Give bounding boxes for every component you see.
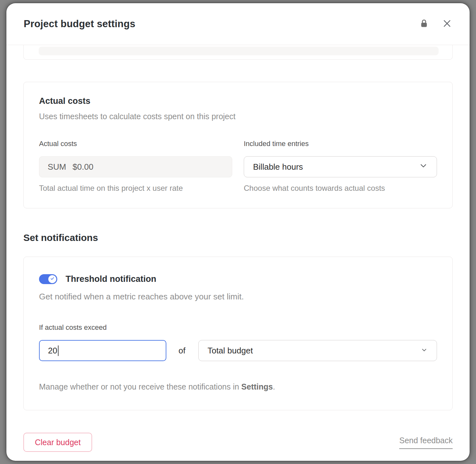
included-time-field: Included time entries Billable hours Cho…	[244, 140, 437, 193]
threshold-description: Get notified when a metric reaches above…	[39, 292, 437, 302]
chevron-down-icon	[421, 346, 428, 356]
actual-costs-input: SUM $0.00	[39, 156, 232, 177]
modal-footer: Clear budget Send feedback	[6, 433, 470, 452]
included-time-helper: Choose what counts towards actual costs	[244, 184, 437, 193]
threshold-value: 20	[48, 346, 57, 356]
exceed-label: If actual costs exceed	[39, 323, 437, 332]
actual-costs-fields: Actual costs SUM $0.00 Total actual time…	[39, 140, 437, 193]
threshold-notification-card: Threshold notification Get notified when…	[23, 257, 453, 410]
clear-budget-button[interactable]: Clear budget	[23, 433, 92, 452]
send-feedback-link[interactable]: Send feedback	[399, 436, 453, 449]
text-caret	[58, 345, 59, 356]
metric-selected-value: Total budget	[208, 346, 253, 356]
toggle-knob	[48, 275, 56, 283]
actual-costs-helper: Total actual time on this project x user…	[39, 184, 232, 193]
chevron-down-icon	[419, 161, 428, 172]
actual-costs-value: $0.00	[73, 162, 93, 172]
metric-select[interactable]: Total budget	[198, 340, 437, 361]
threshold-toggle[interactable]	[39, 274, 57, 284]
close-button[interactable]	[441, 19, 452, 29]
included-time-selected-value: Billable hours	[253, 162, 303, 172]
scrolled-card-bar	[39, 47, 439, 55]
actual-costs-card: Actual costs Uses timesheets to calculat…	[23, 82, 453, 208]
threshold-toggle-label: Threshold notification	[66, 274, 156, 284]
threshold-toggle-row: Threshold notification	[39, 274, 437, 284]
set-notifications-heading: Set notifications	[23, 232, 453, 243]
actual-costs-field-label: Actual costs	[39, 140, 232, 148]
included-time-select[interactable]: Billable hours	[244, 156, 437, 177]
close-icon	[442, 19, 452, 29]
check-icon	[50, 276, 55, 282]
manage-note-settings: Settings	[241, 382, 273, 391]
header-actions	[418, 19, 452, 29]
threshold-value-input[interactable]: 20	[39, 340, 166, 361]
modal-header: Project budget settings	[6, 3, 470, 45]
included-time-label: Included time entries	[244, 140, 437, 148]
modal-title: Project budget settings	[24, 18, 135, 30]
actual-costs-title: Actual costs	[39, 96, 437, 106]
actual-costs-field: Actual costs SUM $0.00 Total actual time…	[39, 140, 232, 193]
manage-note: Manage whether or not you receive these …	[39, 382, 437, 391]
scrolled-card-partial	[23, 45, 453, 60]
actual-costs-sum-prefix: SUM	[48, 162, 66, 172]
threshold-row: 20 of Total budget	[39, 340, 437, 361]
project-budget-settings-modal: Project budget settings	[6, 3, 470, 461]
of-connector: of	[178, 346, 186, 356]
lock-icon	[419, 19, 429, 29]
lock-button[interactable]	[418, 19, 429, 29]
actual-costs-subtitle: Uses timesheets to calculate costs spent…	[39, 112, 437, 121]
modal-body: Actual costs Uses timesheets to calculat…	[6, 45, 470, 410]
